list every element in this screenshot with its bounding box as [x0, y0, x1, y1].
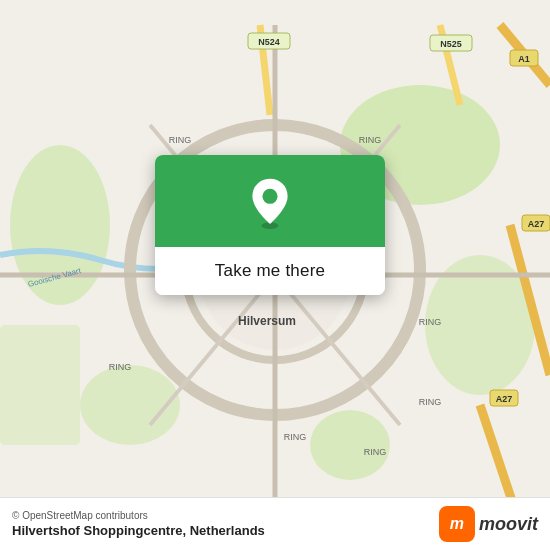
bottom-bar: © OpenStreetMap contributors Hilvertshof…: [0, 497, 550, 550]
svg-text:RING: RING: [169, 135, 192, 145]
svg-text:A27: A27: [528, 219, 545, 229]
svg-text:N524: N524: [258, 37, 280, 47]
moovit-icon: m: [439, 506, 475, 542]
svg-text:A27: A27: [496, 394, 513, 404]
popup-header: [155, 155, 385, 247]
svg-text:RING: RING: [284, 432, 307, 442]
svg-text:RING: RING: [359, 135, 382, 145]
svg-text:RING: RING: [364, 447, 387, 457]
location-name: Hilvertshof Shoppingcentre, Netherlands: [12, 523, 265, 538]
svg-text:RING: RING: [419, 317, 442, 327]
location-pin-icon: [244, 177, 296, 229]
svg-text:RING: RING: [419, 397, 442, 407]
svg-point-2: [10, 145, 110, 305]
map-container: N524 N525 A1 A27 A27 RING RING RING RING…: [0, 0, 550, 550]
svg-point-4: [310, 410, 390, 480]
svg-text:N525: N525: [440, 39, 462, 49]
take-me-there-button[interactable]: Take me there: [155, 247, 385, 295]
moovit-logo: m moovit: [439, 506, 538, 542]
popup-card: Take me there: [155, 155, 385, 295]
moovit-text: moovit: [479, 514, 538, 535]
svg-text:RING: RING: [109, 362, 132, 372]
svg-text:Hilversum: Hilversum: [238, 314, 296, 328]
svg-point-39: [262, 189, 277, 204]
svg-rect-6: [0, 325, 80, 445]
svg-text:A1: A1: [518, 54, 530, 64]
bottom-info: © OpenStreetMap contributors Hilvertshof…: [12, 510, 265, 538]
osm-credit: © OpenStreetMap contributors: [12, 510, 265, 521]
